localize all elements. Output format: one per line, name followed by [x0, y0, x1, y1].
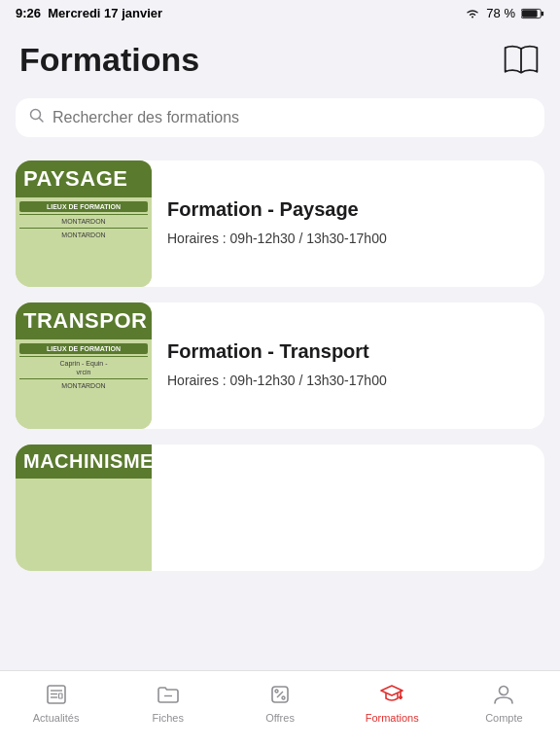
svg-rect-1	[542, 11, 543, 16]
card-subtitle-transport: Horaires : 09h-12h30 / 13h30-17h00	[167, 371, 529, 391]
svg-point-19	[500, 687, 508, 695]
tab-formations[interactable]: Formations	[336, 681, 448, 724]
thumb-title-transport: TRANSPOR	[16, 302, 152, 339]
tab-fiches[interactable]: Fiches	[112, 681, 224, 724]
battery-icon	[521, 8, 544, 19]
thumb-row-transport-3: MONTARDON	[16, 381, 152, 390]
status-bar: 9:26 Mercredi 17 janvier 78 %	[0, 0, 560, 24]
thumbnail-machinisme: MACHINISME	[16, 445, 152, 571]
thumbnail-transport: TRANSPOR LIEUX DE FORMATION Caprin - Equ…	[16, 302, 152, 429]
person-icon	[490, 681, 517, 708]
tab-actualites[interactable]: Actualités	[0, 681, 112, 724]
search-input[interactable]	[52, 109, 531, 126]
card-info-paysage: Formation - Paysage Horaires : 09h-12h30…	[152, 160, 544, 287]
folder-icon	[155, 681, 182, 708]
svg-point-13	[275, 690, 278, 693]
thumb-row-transport-1: Caprin - Equin -	[16, 359, 152, 368]
thumb-row-transport-2: vrcin	[16, 368, 152, 376]
tab-offres-label: Offres	[265, 712, 295, 724]
card-title-paysage: Formation - Paysage	[167, 198, 529, 221]
tab-bar: Actualités Fiches Offres	[0, 670, 560, 747]
tab-actualites-label: Actualités	[33, 712, 80, 724]
svg-rect-10	[58, 694, 62, 698]
tab-compte-label: Compte	[485, 712, 523, 724]
book-open-icon[interactable]	[502, 40, 541, 79]
tag-icon	[266, 681, 294, 708]
svg-line-5	[40, 119, 44, 123]
card-title-transport: Formation - Transport	[167, 340, 529, 363]
search-icon	[29, 108, 45, 127]
thumb-header-transport: LIEUX DE FORMATION	[19, 343, 148, 354]
thumb-header-paysage: LIEUX DE FORMATION	[19, 201, 148, 212]
battery-level: 78 %	[486, 6, 515, 20]
svg-rect-2	[522, 10, 538, 17]
tab-fiches-label: Fiches	[153, 712, 184, 724]
status-right: 78 %	[465, 6, 544, 20]
tab-offres[interactable]: Offres	[224, 681, 335, 724]
newspaper-icon	[43, 681, 70, 708]
svg-point-18	[400, 696, 402, 699]
search-bar[interactable]	[16, 98, 544, 137]
status-time-date: 9:26 Mercredi 17 janvier	[16, 6, 162, 20]
thumb-row-paysage-1: MONTARDON	[16, 217, 152, 226]
page-header: Formations	[16, 24, 544, 98]
thumb-title-machinisme: MACHINISME	[16, 445, 152, 479]
card-transport[interactable]: TRANSPOR LIEUX DE FORMATION Caprin - Equ…	[16, 302, 544, 429]
card-info-transport: Formation - Transport Horaires : 09h-12h…	[152, 302, 544, 429]
card-paysage[interactable]: PAYSAGE LIEUX DE FORMATION MONTARDON MON…	[16, 160, 544, 287]
main-content: Formations PAYSAGE LIEUX DE FORMATION	[0, 24, 560, 670]
svg-marker-16	[381, 686, 402, 695]
tab-compte[interactable]: Compte	[448, 681, 560, 724]
tab-formations-label: Formations	[366, 712, 419, 724]
svg-point-15	[282, 696, 285, 699]
card-machinisme[interactable]: MACHINISME	[16, 445, 544, 571]
graduation-icon	[378, 681, 405, 708]
wifi-icon	[465, 8, 480, 19]
thumb-row-paysage-2: MONTARDON	[16, 231, 152, 239]
thumbnail-paysage: PAYSAGE LIEUX DE FORMATION MONTARDON MON…	[16, 160, 152, 287]
thumb-title-paysage: PAYSAGE	[16, 160, 152, 197]
page-title: Formations	[19, 41, 199, 79]
card-info-machinisme	[152, 445, 544, 571]
card-subtitle-paysage: Horaires : 09h-12h30 / 13h30-17h00	[167, 229, 529, 249]
